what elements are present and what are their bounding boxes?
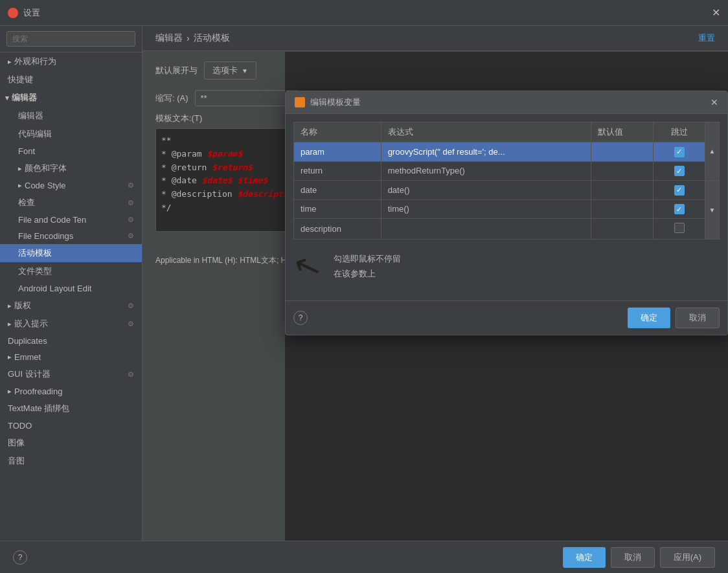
reset-button[interactable]: 重置	[698, 32, 715, 44]
breadcrumb-sep: ›	[187, 33, 190, 43]
expand-dropdown[interactable]: 选项卡 ▼	[204, 62, 256, 80]
sidebar-item-todo[interactable]: TODO	[0, 418, 142, 434]
skip-checkbox[interactable]: ✓	[674, 185, 685, 196]
arrow-annotation: ↗	[289, 246, 326, 286]
scroll-up-btn[interactable]: ▲	[705, 122, 719, 181]
sidebar-item-colors[interactable]: ▸ 颜色和字体	[0, 159, 142, 177]
annotation-area: ↗ 勾选即鼠标不停留 在该参数上	[293, 240, 720, 293]
sidebar-item-keymap[interactable]: 快捷键	[0, 71, 142, 89]
sidebar-item-android[interactable]: Android Layout Edit	[0, 280, 142, 297]
cell-name: description	[294, 219, 381, 240]
sidebar-item-emmet[interactable]: ▸ Emmet	[0, 349, 142, 365]
dialog-cancel-button[interactable]: 取消	[676, 308, 720, 328]
arrow-icon: ▸	[8, 302, 12, 310]
dialog-ok-button[interactable]: 确定	[628, 308, 670, 328]
scroll-down-btn[interactable]: ▼	[705, 181, 719, 240]
close-button[interactable]: ✕	[712, 6, 720, 19]
skip-checkbox[interactable]	[674, 223, 685, 233]
table-row[interactable]: time time() ✓	[294, 199, 705, 219]
window-footer: ? 确定 取消 应用(A)	[0, 541, 728, 573]
annotation-line2: 在该参数上	[334, 269, 376, 278]
arrow-icon: ▸	[8, 387, 12, 396]
sidebar-item-textmate[interactable]: TextMate 插绑包	[0, 399, 142, 418]
abbr-input[interactable]	[195, 90, 299, 106]
main-layout: ▸ 外观和行为 快捷键 ▾ 编辑器 编辑器 代码编辑 Font ▸ 颜色和字体	[0, 26, 728, 541]
sidebar-item-label: 代码编辑	[18, 128, 52, 140]
cell-skip: ✓	[654, 181, 705, 200]
sidebar-item-label: 图像	[8, 437, 25, 449]
col-name: 名称	[294, 122, 381, 142]
cell-expr	[381, 219, 591, 240]
sidebar-item-editor[interactable]: ▾ 编辑器	[0, 89, 142, 107]
sidebar-item-label: 外观和行为	[14, 56, 56, 67]
tl3-code: $return$	[212, 163, 253, 172]
search-input[interactable]	[6, 31, 135, 47]
sidebar-item-label: Font	[18, 146, 35, 156]
tl4-prefix: * @date	[161, 175, 202, 185]
expand-label: 默认展开与	[155, 65, 198, 76]
sidebar-item-label: 文件类型	[18, 265, 52, 277]
sidebar-item-appearance[interactable]: ▸ 外观和行为	[0, 52, 142, 71]
sidebar-item-copyright[interactable]: ▸ 版权 ⚙	[0, 297, 142, 315]
sidebar-item-diagram[interactable]: 音图	[0, 452, 142, 470]
sidebar-item-label: 音图	[8, 455, 25, 467]
settings-icon: ⚙	[128, 302, 134, 310]
edit-vars-dialog: 编辑模板变量 ✕ 名称 表达式 默认值 跳	[285, 91, 728, 335]
sidebar-item-inspect[interactable]: 检查 ⚙	[0, 194, 142, 212]
sidebar-item-label: Emmet	[14, 352, 41, 362]
breadcrumb-part1: 编辑器	[155, 32, 183, 44]
dialog-close-button[interactable]: ✕	[711, 97, 718, 107]
sidebar-item-label: Android Layout Edit	[18, 284, 91, 293]
cell-expr: methodReturnType()	[381, 161, 591, 181]
sidebar-item-editor-sub[interactable]: 编辑器	[0, 107, 142, 125]
sidebar-item-file-enc[interactable]: File Encodings ⚙	[0, 228, 142, 244]
col-default: 默认值	[591, 122, 653, 142]
annotation-line1: 勾选即鼠标不停留	[334, 254, 401, 264]
skip-checkbox[interactable]: ✓	[674, 147, 685, 157]
sidebar-item-duplicates[interactable]: Duplicates	[0, 333, 142, 349]
sidebar-item-label: Code Style	[25, 181, 66, 190]
help-button[interactable]: ?	[293, 311, 308, 325]
skip-checkbox[interactable]: ✓	[674, 166, 685, 176]
table-row[interactable]: param groovyScript(" def result='; de...…	[294, 142, 705, 162]
sidebar-item-code-edit[interactable]: 代码编辑	[0, 125, 142, 143]
tl3-prefix: * @return	[161, 163, 212, 172]
arrow-icon: ▾	[5, 94, 9, 102]
footer-cancel-button[interactable]: 取消	[611, 547, 655, 568]
sidebar-item-file-code[interactable]: File and Code Ten ⚙	[0, 212, 142, 228]
table-row[interactable]: return methodReturnType() ✓	[294, 161, 705, 181]
cell-name: param	[294, 142, 381, 162]
sidebar-item-file-type[interactable]: 文件类型	[0, 262, 142, 280]
cell-expr: time()	[381, 199, 591, 219]
sidebar-item-code-style[interactable]: ▸ Code Style ⚙	[0, 177, 142, 194]
dialog-footer: ? 确定 取消	[286, 300, 727, 335]
skip-checkbox[interactable]: ✓	[674, 204, 685, 214]
tl2-prefix: * @param	[161, 149, 207, 159]
variables-table: 名称 表达式 默认值 跳过 param groovySc	[293, 122, 705, 240]
sidebar-item-label: 编辑器	[12, 92, 37, 104]
footer-ok-button[interactable]: 确定	[563, 547, 606, 568]
title-bar: 设置 ✕	[0, 0, 728, 26]
sidebar-item-live-tmpl[interactable]: 活动模板	[0, 244, 142, 262]
sidebar-item-label: File Encodings	[18, 231, 73, 241]
tl5-prefix: * @description	[161, 189, 237, 199]
settings-window: 设置 ✕ ▸ 外观和行为 快捷键 ▾ 编辑器 编辑器 代码	[0, 0, 728, 573]
sidebar-item-label: 活动模板	[18, 247, 52, 259]
sidebar-item-embed[interactable]: ▸ 嵌入提示 ⚙	[0, 315, 142, 333]
sidebar-item-image[interactable]: 图像	[0, 434, 142, 452]
sidebar-item-gui[interactable]: GUI 设计器 ⚙	[0, 365, 142, 383]
col-skip: 跳过	[654, 122, 705, 142]
cell-name: date	[294, 181, 381, 200]
table-row[interactable]: date date() ✓	[294, 181, 705, 200]
sidebar-item-label: 版权	[14, 300, 31, 311]
global-help-button[interactable]: ?	[13, 550, 27, 565]
footer-apply-button[interactable]: 应用(A)	[660, 547, 715, 568]
content-area: 编辑器 › 活动模板 重置 默认展开与 选项卡 ▼	[142, 26, 728, 541]
sidebar-item-proofreading[interactable]: ▸ Proofreading	[0, 383, 142, 399]
sidebar-item-label: 颜色和字体	[25, 163, 67, 174]
cell-skip: ✓	[654, 161, 705, 181]
arrow-icon: ▸	[8, 58, 12, 66]
table-row[interactable]: description	[294, 219, 705, 240]
sidebar-item-font[interactable]: Font	[0, 143, 142, 159]
cell-skip: ✓	[654, 142, 705, 162]
